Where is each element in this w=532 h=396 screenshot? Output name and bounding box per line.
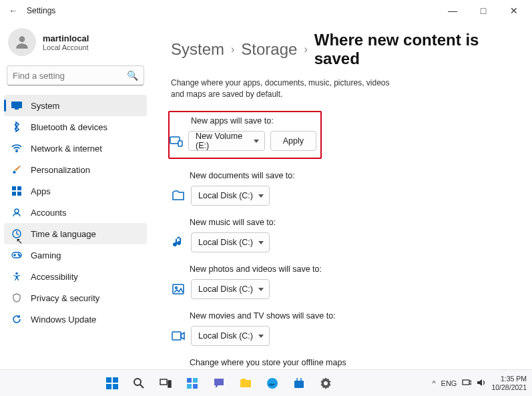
edge-button[interactable] [262, 373, 283, 394]
tray-volume-icon[interactable] [477, 379, 486, 388]
nav-item-apps[interactable]: Apps [4, 180, 147, 202]
documents-icon [171, 188, 186, 203]
nav-item-time-language[interactable]: Time & language ↖ [4, 223, 147, 244]
search-icon: 🔍 [127, 70, 138, 81]
nav-label: Windows Update [31, 315, 96, 325]
svg-point-8 [15, 209, 19, 213]
nav-list: System Bluetooth & devices Network & int… [4, 95, 147, 330]
taskview-button[interactable] [155, 373, 176, 394]
setting-title: New documents will save to: [190, 171, 519, 180]
breadcrumb-current: Where new content is saved [314, 31, 519, 68]
svg-rect-26 [187, 378, 192, 383]
tray-network-icon[interactable] [462, 379, 471, 388]
nav-label: Personalization [31, 165, 90, 175]
setting-title: Change where you store your offline maps [190, 358, 519, 367]
svg-rect-24 [160, 379, 167, 385]
start-button[interactable] [101, 373, 123, 394]
wifi-icon [11, 142, 23, 154]
setting-new-photos: New photos and videos will save to: Loca… [171, 264, 519, 299]
new-apps-dropdown[interactable]: New Volume (E:) [188, 131, 265, 151]
apply-button[interactable]: Apply [270, 131, 316, 151]
svg-rect-7 [17, 192, 21, 196]
tray-clock[interactable]: 1:35 PM 10/28/2021 [491, 375, 527, 391]
nav-item-gaming[interactable]: Gaming [4, 244, 147, 266]
explorer-button[interactable] [235, 373, 256, 394]
taskbar: ^ ENG 1:35 PM 10/28/2021 [0, 369, 532, 396]
maximize-button[interactable]: □ [471, 1, 496, 20]
new-music-dropdown[interactable]: Local Disk (C:) [191, 232, 270, 252]
settings-button[interactable] [315, 373, 336, 394]
setting-title: New music will save to: [190, 218, 519, 227]
nav-item-system[interactable]: System [4, 95, 147, 116]
svg-rect-21 [106, 384, 111, 389]
system-tray[interactable]: ^ ENG 1:35 PM 10/28/2021 [432, 375, 527, 391]
minimize-button[interactable]: — [440, 1, 465, 20]
svg-point-12 [19, 255, 21, 256]
back-button[interactable]: ← [5, 5, 21, 16]
bluetooth-icon [11, 121, 23, 133]
svg-point-23 [134, 379, 141, 385]
new-photos-dropdown[interactable]: Local Disk (C:) [191, 279, 270, 299]
close-button[interactable]: ✕ [501, 1, 527, 20]
apps-save-icon [170, 134, 183, 148]
setting-new-music: New music will save to: Local Disk (C:) [171, 218, 519, 252]
svg-point-13 [15, 272, 18, 275]
svg-point-3 [16, 151, 17, 152]
setting-title: New apps will save to: [191, 116, 316, 126]
nav-item-bluetooth[interactable]: Bluetooth & devices [4, 116, 147, 138]
paintbrush-icon [11, 164, 23, 176]
nav-label: Network & internet [31, 144, 102, 154]
setting-new-apps-highlight: New apps will save to: New Volume (E:) A… [168, 111, 322, 159]
nav-item-windows-update[interactable]: Windows Update [4, 309, 147, 330]
photos-icon [171, 282, 186, 296]
system-icon [11, 100, 23, 112]
new-documents-dropdown[interactable]: Local Disk (C:) [191, 186, 270, 206]
page-description: Change where your apps, documents, music… [171, 77, 405, 100]
chevron-right-icon: › [231, 43, 234, 55]
user-block[interactable]: martinlocal Local Account [4, 25, 147, 65]
svg-rect-19 [106, 377, 111, 383]
tray-language[interactable]: ENG [441, 379, 457, 387]
svg-rect-28 [187, 384, 192, 389]
nav-label: System [31, 101, 59, 111]
avatar [8, 28, 36, 56]
svg-rect-18 [172, 332, 181, 340]
movies-icon [171, 329, 186, 343]
window-title: Settings [27, 6, 55, 15]
taskbar-search[interactable] [128, 373, 150, 394]
svg-rect-29 [193, 384, 198, 389]
svg-rect-25 [168, 381, 171, 387]
setting-title: New photos and videos will save to: [190, 264, 519, 274]
widgets-button[interactable] [182, 373, 203, 394]
new-movies-dropdown[interactable]: Local Disk (C:) [191, 326, 270, 346]
tray-chevron-icon[interactable]: ^ [432, 379, 435, 387]
store-button[interactable] [288, 373, 310, 394]
nav-label: Bluetooth & devices [31, 122, 107, 132]
nav-item-accessibility[interactable]: Accessibility [4, 266, 147, 287]
svg-rect-20 [113, 377, 118, 383]
nav-label: Time & language [31, 229, 96, 239]
accessibility-icon [11, 270, 23, 282]
chat-button[interactable] [208, 373, 230, 394]
setting-new-movies: New movies and TV shows will save to: Lo… [171, 311, 519, 346]
svg-rect-27 [193, 378, 198, 383]
svg-rect-1 [11, 102, 22, 108]
user-account-type: Local Account [43, 43, 89, 51]
nav-item-accounts[interactable]: Accounts [4, 202, 147, 223]
apps-icon [11, 185, 23, 197]
search-input[interactable] [13, 71, 127, 81]
svg-rect-6 [12, 192, 16, 196]
svg-rect-2 [15, 108, 19, 110]
svg-point-17 [176, 286, 178, 288]
svg-rect-5 [17, 186, 21, 190]
nav-item-personalization[interactable]: Personalization [4, 159, 147, 180]
svg-rect-32 [463, 380, 469, 385]
breadcrumb-system[interactable]: System [171, 40, 224, 59]
nav-label: Accessibility [31, 272, 78, 282]
nav-item-privacy[interactable]: Privacy & security [4, 287, 147, 309]
gaming-icon [11, 249, 23, 261]
breadcrumb-storage[interactable]: Storage [241, 40, 297, 59]
update-icon [11, 313, 23, 325]
nav-item-network[interactable]: Network & internet [4, 138, 147, 159]
search-box[interactable]: 🔍 [7, 65, 144, 85]
